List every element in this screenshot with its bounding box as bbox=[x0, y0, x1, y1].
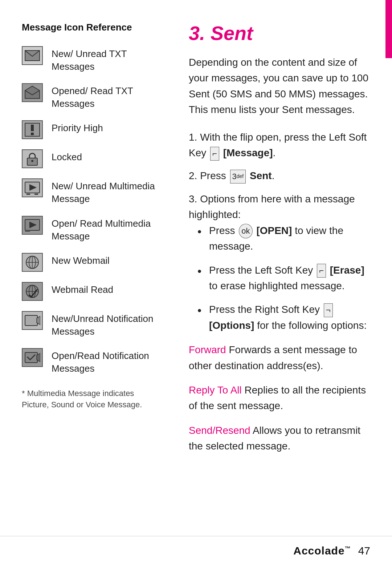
new-webmail-svg bbox=[24, 255, 40, 270]
left-column: Message Icon Reference New/ Unread TXT M… bbox=[22, 22, 160, 514]
footer: Accolade™ 47 bbox=[0, 536, 392, 565]
step-num-2: 2. bbox=[189, 170, 200, 181]
locked-label: Locked bbox=[52, 149, 82, 164]
options-bold-label: [Options] bbox=[209, 320, 254, 331]
priority-high-icon bbox=[22, 120, 43, 139]
brand-name: Accolade™ bbox=[293, 545, 351, 557]
icon-list: New/ Unread TXT Messages Opened/ Read TX… bbox=[22, 46, 160, 375]
page-number: 47 bbox=[358, 545, 370, 557]
new-txt-label: New/ Unread TXT Messages bbox=[52, 46, 160, 73]
open-notif-svg bbox=[24, 350, 40, 365]
message-icon-reference-title: Message Icon Reference bbox=[22, 22, 160, 33]
send-resend-title: Send/Resend bbox=[189, 425, 250, 436]
trademark-symbol: ™ bbox=[345, 545, 351, 552]
footnote: * Multimedia Message indicates Picture, … bbox=[22, 388, 160, 411]
priority-high-svg bbox=[24, 122, 40, 137]
steps-list: 1. With the flip open, press the Left So… bbox=[189, 129, 370, 334]
open-mms-icon bbox=[22, 216, 43, 235]
list-item: New/ Unread Multimedia Message bbox=[22, 178, 160, 205]
brand-text: Accolade bbox=[293, 545, 344, 557]
bullet-1: Press ok [OPEN] to view the message. bbox=[196, 223, 370, 254]
option-forward: Forward Forwards a sent message to other… bbox=[189, 342, 370, 374]
open-notif-icon bbox=[22, 348, 43, 367]
right-soft-key-icon: ¬ bbox=[324, 303, 333, 317]
list-item: New/ Unread TXT Messages bbox=[22, 46, 160, 73]
webmail-read-icon bbox=[22, 282, 43, 301]
reply-to-all-title: Reply To All bbox=[189, 384, 242, 396]
right-column: 3. Sent Depending on the content and siz… bbox=[181, 22, 370, 514]
list-item: Open/Read Notification Messages bbox=[22, 348, 160, 375]
locked-icon bbox=[22, 149, 43, 168]
step-num-3: 3. bbox=[189, 193, 200, 205]
new-mms-icon bbox=[22, 178, 43, 197]
step-1: 1. With the flip open, press the Left So… bbox=[189, 129, 370, 161]
open-label: [OPEN] bbox=[256, 225, 292, 236]
svg-rect-3 bbox=[31, 125, 34, 131]
open-mms-svg bbox=[24, 218, 40, 233]
new-webmail-icon bbox=[22, 253, 43, 272]
step-2-text: Press bbox=[200, 170, 229, 181]
svg-rect-4 bbox=[31, 133, 34, 135]
accent-bar bbox=[385, 0, 392, 58]
open-notif-label: Open/Read Notification Messages bbox=[52, 348, 160, 375]
list-item: New/Unread Notification Messages bbox=[22, 311, 160, 338]
envelope-opened-svg bbox=[24, 85, 40, 100]
forward-title: Forward bbox=[189, 344, 226, 355]
bullet-list: Press ok [OPEN] to view the message. Pre… bbox=[196, 223, 370, 334]
option-send-resend: Send/Resend Allows you to retransmit the… bbox=[189, 423, 370, 454]
bullet-2: Press the Left Soft Key ⌐ [Erase] to era… bbox=[196, 262, 370, 294]
list-item: Locked bbox=[22, 149, 160, 168]
svg-rect-9 bbox=[26, 194, 30, 195]
new-mms-label: New/ Unread Multimedia Message bbox=[52, 178, 160, 205]
webmail-read-label: Webmail Read bbox=[52, 282, 113, 296]
new-mms-svg bbox=[24, 181, 40, 195]
bullet-2-text: Press the Left Soft Key bbox=[209, 265, 316, 276]
step-1-key-label: [Message]. bbox=[223, 147, 276, 158]
list-item: Opened/ Read TXT Messages bbox=[22, 83, 160, 110]
list-item: Open/ Read Multimedia Message bbox=[22, 216, 160, 243]
intro-text: Depending on the content and size of you… bbox=[189, 55, 370, 118]
open-mms-label: Open/ Read Multimedia Message bbox=[52, 216, 160, 243]
svg-point-6 bbox=[31, 160, 33, 162]
webmail-read-svg bbox=[24, 284, 40, 299]
left-soft-key-icon: ⌐ bbox=[210, 147, 219, 161]
list-item: Priority High bbox=[22, 120, 160, 139]
options-label: [Options] for the following options: bbox=[209, 320, 367, 331]
erase-bold-label: [Erase] bbox=[330, 265, 364, 276]
message-label: [Message] bbox=[223, 147, 273, 158]
new-notif-label: New/Unread Notification Messages bbox=[52, 311, 160, 338]
option-reply-to-all: Reply To All Replies to all the recipien… bbox=[189, 382, 370, 414]
step-num-1: 1. bbox=[189, 132, 200, 143]
new-txt-icon bbox=[22, 46, 43, 65]
list-item: Webmail Read bbox=[22, 282, 160, 301]
lock-svg bbox=[24, 152, 40, 166]
three-key-icon: 3def bbox=[230, 170, 246, 183]
opened-txt-label: Opened/ Read TXT Messages bbox=[52, 83, 160, 110]
svg-rect-10 bbox=[34, 194, 38, 195]
left-soft-key-2-icon: ⌐ bbox=[317, 264, 326, 278]
new-notif-icon bbox=[22, 311, 43, 330]
new-notif-svg bbox=[24, 313, 40, 328]
step-2-key-label: Sent. bbox=[250, 170, 274, 181]
ok-key-icon: ok bbox=[239, 224, 252, 238]
step-3: 3. Options from here with a message high… bbox=[189, 191, 370, 333]
step-3-text: Options from here with a message highlig… bbox=[189, 193, 355, 220]
priority-high-label: Priority High bbox=[52, 120, 103, 134]
chapter-title: 3. Sent bbox=[189, 22, 370, 44]
new-webmail-label: New Webmail bbox=[52, 253, 110, 267]
svg-rect-22 bbox=[25, 315, 37, 326]
opened-txt-icon bbox=[22, 83, 43, 102]
step-2: 2. Press 3def Sent. bbox=[189, 168, 370, 183]
list-item: New Webmail bbox=[22, 253, 160, 272]
svg-marker-1 bbox=[25, 86, 40, 98]
bullet-3-text: Press the Right Soft Key bbox=[209, 304, 323, 315]
sent-label: Sent bbox=[250, 170, 272, 181]
bullet-3: Press the Right Soft Key ¬ [Options] for… bbox=[196, 302, 370, 333]
svg-rect-24 bbox=[25, 352, 37, 363]
svg-rect-13 bbox=[25, 230, 30, 232]
envelope-new-svg bbox=[24, 48, 40, 63]
bullet-1-text: Press bbox=[209, 225, 238, 236]
